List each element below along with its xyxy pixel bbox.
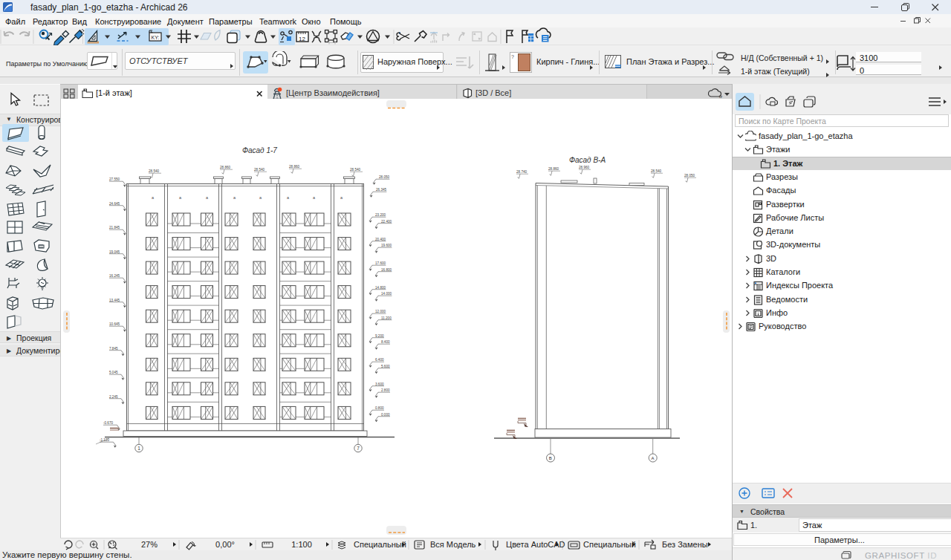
svg-text:28.540: 28.540 [254,168,264,172]
svg-text:28.860: 28.860 [548,167,559,171]
svg-text:8.400: 8.400 [381,340,390,344]
svg-text:5.045: 5.045 [109,371,118,374]
svg-text:22.400: 22.400 [381,220,392,224]
svg-text:12.000: 12.000 [375,310,386,313]
svg-text:20.400: 20.400 [375,238,386,241]
svg-text:6.400: 6.400 [375,358,384,362]
svg-text:27.550: 27.550 [109,178,120,181]
svg-text:19.045: 19.045 [109,250,120,254]
svg-text:0.000: 0.000 [381,413,390,417]
svg-text:23.200: 23.200 [375,213,386,217]
svg-text:28.050: 28.050 [684,174,695,178]
svg-text:Фасад В-А: Фасад В-А [569,156,606,164]
svg-text:2.800: 2.800 [381,388,390,392]
svg-text:0.800: 0.800 [375,406,384,410]
svg-text:9.200: 9.200 [375,334,384,338]
svg-text:7: 7 [357,446,360,451]
svg-text:5.600: 5.600 [381,365,390,368]
svg-text:KY:: KY: [152,35,160,40]
svg-text:28.050: 28.050 [379,175,389,179]
svg-text:28.540: 28.540 [149,169,159,173]
svg-text:28.740: 28.740 [516,170,527,174]
svg-text:3.600: 3.600 [375,382,384,386]
svg-text:28.960: 28.960 [579,166,589,169]
svg-text:11.200: 11.200 [381,316,392,320]
svg-text:10.645: 10.645 [109,322,120,326]
svg-text:12: 12 [299,36,305,42]
svg-text:19.600: 19.600 [381,244,392,247]
svg-text:16.800: 16.800 [381,268,392,272]
svg-text:28.540: 28.540 [651,169,661,173]
svg-text:28.860: 28.860 [220,166,230,169]
svg-text:-0.670: -0.670 [103,421,113,425]
svg-text:14.800: 14.800 [375,286,386,290]
svg-text:А: А [651,456,654,460]
svg-text:1: 1 [137,446,140,451]
svg-text:21.845: 21.845 [109,226,120,229]
svg-text:14.000: 14.000 [381,292,392,296]
svg-text:Фасад 1-7: Фасад 1-7 [242,146,277,154]
svg-text:24.645: 24.645 [109,202,120,206]
svg-text:7.845: 7.845 [109,347,118,351]
svg-text:16.245: 16.245 [109,274,120,278]
svg-text:17.600: 17.600 [375,261,386,265]
svg-text:13.445: 13.445 [109,299,120,302]
svg-text:В: В [549,456,552,460]
svg-text:28.860: 28.860 [289,165,299,169]
svg-text:28.540: 28.540 [350,168,360,172]
svg-text:2.245: 2.245 [109,395,118,399]
svg-text:26.345: 26.345 [376,188,386,192]
